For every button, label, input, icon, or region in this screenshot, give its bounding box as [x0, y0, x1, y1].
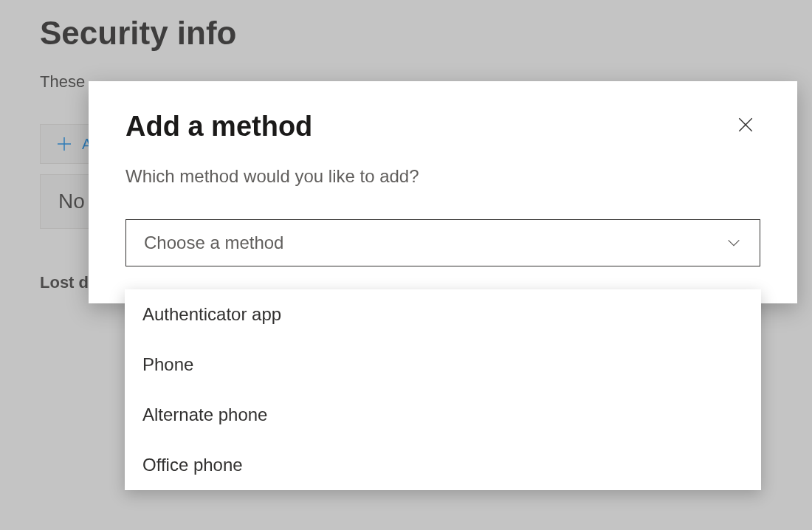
modal-header: Add a method [125, 111, 760, 142]
modal-title: Add a method [125, 111, 312, 142]
chevron-down-icon [726, 235, 742, 251]
method-option-alternate-phone[interactable]: Alternate phone [125, 390, 761, 440]
close-button[interactable] [731, 111, 760, 140]
method-select-placeholder: Choose a method [144, 233, 283, 253]
modal-subtitle: Which method would you like to add? [125, 166, 760, 187]
method-select[interactable]: Choose a method [125, 219, 760, 266]
add-method-modal: Add a method Which method would you like… [89, 81, 797, 303]
close-icon [736, 115, 755, 137]
method-dropdown-list: Authenticator app Phone Alternate phone … [125, 289, 761, 490]
method-option-office-phone[interactable]: Office phone [125, 440, 761, 490]
method-option-phone[interactable]: Phone [125, 340, 761, 390]
method-option-authenticator-app[interactable]: Authenticator app [125, 289, 761, 340]
